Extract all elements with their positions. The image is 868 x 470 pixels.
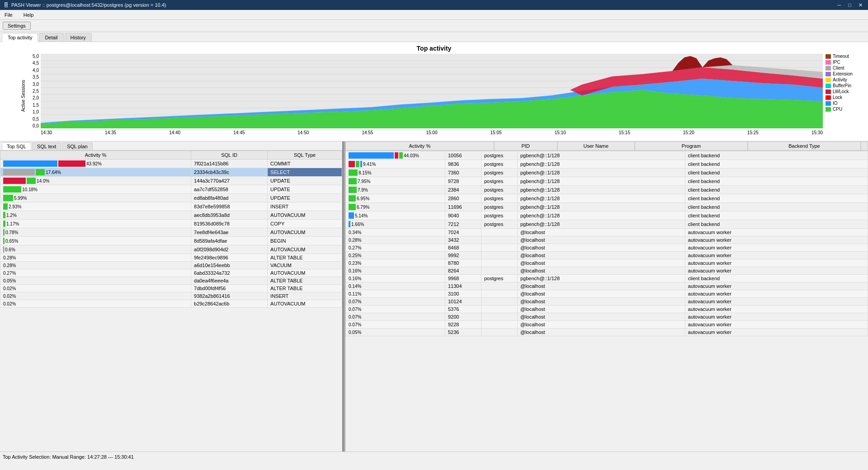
table-row[interactable]: 44.03%10056postgrespgbench@::1/128client… xyxy=(346,151,868,160)
username-cell xyxy=(481,252,518,259)
table-row[interactable]: 5.99%ed8ab8fa480adUPDATE xyxy=(0,194,342,202)
table-row[interactable]: 10.18%aa7c7df552858UPDATE xyxy=(0,185,342,194)
table-row[interactable]: 43.92%7f021a1415b86COMMIT xyxy=(0,160,342,168)
settings-button[interactable]: Settings xyxy=(3,22,31,30)
activity-value: 0.07% xyxy=(349,322,361,327)
table-row[interactable]: 0.02%b29c28642ac6bAUTOVACUUM xyxy=(0,300,342,308)
tab-top-sql[interactable]: Top SQL xyxy=(2,142,31,150)
close-button[interactable]: ✕ xyxy=(857,2,864,8)
table-row[interactable]: 0.07%5376@localhostautovacuum worker xyxy=(346,306,868,313)
sql-type-cell: AUTOVACUUM xyxy=(268,228,342,237)
tab-top-activity[interactable]: Top activity xyxy=(2,33,38,42)
table-row[interactable]: 5.14%9040postgrespgbench@::1/128client b… xyxy=(346,212,868,220)
table-row[interactable]: 1.17%819536d089c78COPY xyxy=(0,220,342,228)
table-row[interactable]: 17.64%23334cb43c39cSELECT xyxy=(0,168,342,177)
sql-id-cell: 6abd33324a732 xyxy=(191,269,268,277)
tab-sql-plan[interactable]: SQL plan xyxy=(62,142,92,150)
username-cell xyxy=(481,282,518,290)
table-row[interactable]: 0.6%a0f2098d904d2AUTOVACUUM xyxy=(0,245,342,254)
tab-history[interactable]: History xyxy=(65,33,92,42)
table-row[interactable]: 1.66%7212postgrespgbench@::1/128client b… xyxy=(346,220,868,229)
right-table-header: Activity % PID User Name Program Backend… xyxy=(345,141,868,151)
x-axis-tick: 15:05 xyxy=(491,130,502,135)
username-cell xyxy=(481,244,518,252)
sql-id-cell: 7dbd00fdf4f56 xyxy=(191,285,268,292)
table-row[interactable]: 0.07%10124@localhostautovacuum worker xyxy=(346,298,868,306)
table-row[interactable]: 6.79%11696postgrespgbench@::1/128client … xyxy=(346,203,868,212)
program-cell: @localhost xyxy=(518,306,685,313)
table-row[interactable]: 7.9%2384postgrespgbench@::1/128client ba… xyxy=(346,186,868,194)
table-row[interactable]: 2.93%83d7e8e599858INSERT xyxy=(0,202,342,211)
table-row[interactable]: 0.25%9992@localhostautovacuum worker xyxy=(346,252,868,259)
table-row[interactable]: 7.95%9728postgrespgbench@::1/128client b… xyxy=(346,177,868,186)
table-row[interactable]: 0.78%7ee8df4e643aeAUTOVACUUM xyxy=(0,228,342,237)
program-cell: pgbench@::1/128 xyxy=(518,186,685,194)
activity-value: 6.79% xyxy=(357,205,369,210)
table-row[interactable]: 0.02%7dbd00fdf4f56ALTER TABLE xyxy=(0,285,342,292)
backend-cell: autovacuum worker xyxy=(685,321,868,329)
table-row[interactable]: 0.27%6abd33324a732AUTOVACUUM xyxy=(0,269,342,277)
table-row[interactable]: 0.28%3432@localhostautovacuum worker xyxy=(346,236,868,244)
activity-bar-segment xyxy=(349,204,356,210)
backend-cell: autovacuum worker xyxy=(685,252,868,259)
table-row[interactable]: 0.16%9968postgrespgbench@::1/128client b… xyxy=(346,275,868,282)
maximize-button[interactable]: □ xyxy=(846,2,853,8)
minimize-button[interactable]: ─ xyxy=(836,2,843,8)
activity-bar-segment xyxy=(3,246,4,253)
pid-cell: 8264 xyxy=(445,267,481,275)
right-table: 44.03%10056postgrespgbench@::1/128client… xyxy=(345,151,868,336)
pid-cell: 9228 xyxy=(445,321,481,329)
table-row[interactable]: 8.15%7360postgrespgbench@::1/128client b… xyxy=(346,169,868,177)
table-row[interactable]: 0.28%a6d10e154eebbVACUUM xyxy=(0,262,342,269)
activity-value: 1.17% xyxy=(6,221,19,226)
table-row[interactable]: 0.28%9fe2498ec9896ALTER TABLE xyxy=(0,254,342,262)
tab-detail[interactable]: Detail xyxy=(39,33,63,42)
backend-cell: autovacuum worker xyxy=(685,329,868,336)
pid-cell: 9836 xyxy=(445,160,481,169)
activity-value: 0.07% xyxy=(349,307,361,312)
legend-item: BufferPin xyxy=(826,83,863,88)
backend-cell: autovacuum worker xyxy=(685,259,868,267)
table-row[interactable]: 0.34%7024@localhostautovacuum worker xyxy=(346,229,868,236)
pid-cell: 5376 xyxy=(445,306,481,313)
table-row[interactable]: 0.02%9382a2b861416INSERT xyxy=(0,292,342,300)
table-row[interactable]: 0.27%8468@localhostautovacuum worker xyxy=(346,244,868,252)
table-row[interactable]: 0.07%9200@localhostautovacuum worker xyxy=(346,313,868,321)
activity-value: 1.2% xyxy=(6,213,17,218)
right-table-scroll[interactable]: 44.03%10056postgrespgbench@::1/128client… xyxy=(345,151,868,451)
table-row[interactable]: 0.11%3100@localhostautovacuum worker xyxy=(346,290,868,298)
activity-value: 44.03% xyxy=(404,153,419,158)
pid-cell: 9728 xyxy=(445,177,481,186)
table-row[interactable]: 9.41%9836postgrespgbench@::1/128client b… xyxy=(346,160,868,169)
y-axis-label: Active Sessions xyxy=(21,80,26,112)
legend-item: Lock xyxy=(826,95,863,100)
table-row[interactable]: 6.95%2860postgrespgbench@::1/128client b… xyxy=(346,194,868,203)
table-row[interactable]: 0.05%5236@localhostautovacuum worker xyxy=(346,329,868,336)
table-row[interactable]: 0.07%9228@localhostautovacuum worker xyxy=(346,321,868,329)
pid-cell: 5236 xyxy=(445,329,481,336)
table-row[interactable]: 0.23%8780@localhostautovacuum worker xyxy=(346,259,868,267)
table-row[interactable]: 0.14%11304@localhostautovacuum worker xyxy=(346,282,868,290)
backend-cell: autovacuum worker xyxy=(685,236,868,244)
username-cell: postgres xyxy=(481,194,518,203)
pid-cell: 7212 xyxy=(445,220,481,229)
backend-cell: client backend xyxy=(685,275,868,282)
legend-label: Lock xyxy=(833,95,842,100)
activity-bar-segment xyxy=(3,229,5,235)
table-row[interactable]: 0.05%da0ea4f6eee4aALTER TABLE xyxy=(0,277,342,285)
menu-file[interactable]: File xyxy=(2,11,15,19)
table-row[interactable]: 0.65%8d589afa4dfaeBEGIN xyxy=(0,237,342,245)
table-row[interactable]: 14.0%144a3c770a427UPDATE xyxy=(0,177,342,185)
activity-value: 0.65% xyxy=(5,239,18,244)
activity-value: 0.02% xyxy=(3,294,16,299)
y-axis-tick: 0,5 xyxy=(33,117,39,122)
table-row[interactable]: 1.2%aec8db3953a8dAUTOVACUUM xyxy=(0,211,342,220)
left-table-scroll[interactable]: Activity % SQL ID SQL Type 43.92%7f021a1… xyxy=(0,150,342,451)
sql-id-cell: a6d10e154eebb xyxy=(191,262,268,269)
sql-id-cell: 9fe2498ec9896 xyxy=(191,254,268,262)
activity-bar-segment xyxy=(3,186,21,193)
activity-bar-segment xyxy=(3,212,5,218)
menu-help[interactable]: Help xyxy=(21,11,37,19)
tab-sql-text[interactable]: SQL text xyxy=(32,142,61,150)
table-row[interactable]: 0.16%8264@localhostautovacuum worker xyxy=(346,267,868,275)
